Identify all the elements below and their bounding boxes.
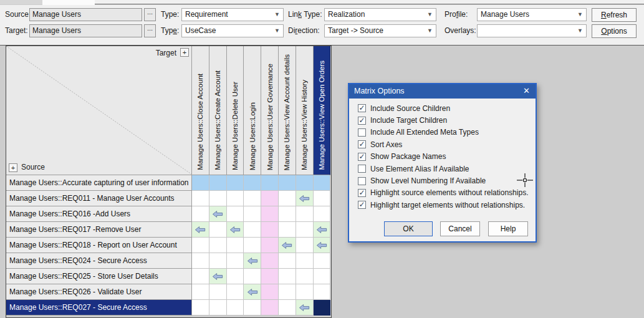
matrix-cell[interactable]: [261, 300, 279, 316]
matrix-cell[interactable]: [314, 300, 331, 316]
matrix-cell[interactable]: [227, 222, 244, 238]
matrix-cell[interactable]: [192, 206, 209, 222]
matrix-cell[interactable]: [314, 206, 331, 222]
matrix-row-header[interactable]: Manage Users::REQ011 - Manage User Accou…: [6, 191, 192, 206]
matrix-cell[interactable]: [209, 284, 227, 300]
matrix-cell[interactable]: [314, 253, 331, 269]
option-label[interactable]: Include All Extended Meta Types: [370, 128, 479, 137]
matrix-cell[interactable]: [192, 284, 209, 300]
matrix-row-header[interactable]: Manage Users::REQ025 - Store User Detail…: [6, 269, 192, 284]
target-type-combo[interactable]: UseCase ▼: [181, 24, 284, 37]
checkbox-unchecked[interactable]: [358, 128, 366, 137]
matrix-cell[interactable]: [314, 238, 331, 253]
option-label[interactable]: Include Target Children: [370, 116, 447, 125]
checkbox-checked[interactable]: ✓: [358, 104, 366, 112]
matrix-cell[interactable]: [261, 206, 279, 222]
matrix-cell[interactable]: [296, 206, 314, 222]
matrix-cell[interactable]: [192, 238, 209, 253]
matrix-cell[interactable]: [227, 191, 244, 206]
matrix-cell[interactable]: [192, 175, 209, 191]
source-browse-button[interactable]: ...: [144, 8, 156, 21]
dropdown-arrow-icon[interactable]: ▼: [427, 9, 433, 21]
profile-combo[interactable]: Manage Users ▼: [477, 8, 587, 21]
overlays-combo[interactable]: ▼: [477, 24, 587, 37]
matrix-cell[interactable]: [209, 222, 227, 238]
matrix-cell[interactable]: [314, 191, 331, 206]
target-browse-button[interactable]: ...: [144, 24, 156, 37]
option-label[interactable]: Use Element Alias If Available: [370, 165, 469, 173]
matrix-cell[interactable]: [279, 238, 296, 253]
matrix-row-header[interactable]: Manage Users::Accurate capturing of user…: [6, 175, 192, 191]
options-button[interactable]: Options: [592, 24, 637, 38]
matrix-cell[interactable]: [244, 222, 261, 238]
refresh-button[interactable]: Refresh: [592, 8, 637, 22]
cancel-button[interactable]: Cancel: [440, 221, 480, 236]
matrix-cell[interactable]: [244, 206, 261, 222]
source-type-combo[interactable]: Requirement ▼: [181, 8, 284, 21]
matrix-cell[interactable]: [296, 175, 314, 191]
matrix-cell[interactable]: [261, 175, 279, 191]
active-tab-edge[interactable]: [42, 0, 95, 5]
matrix-cell[interactable]: [192, 191, 209, 206]
matrix-cell[interactable]: [209, 269, 227, 284]
matrix-row-header[interactable]: Manage Users::REQ018 - Report on User Ac…: [6, 238, 192, 253]
matrix-cell[interactable]: [296, 191, 314, 206]
matrix-cell[interactable]: [227, 175, 244, 191]
direction-combo[interactable]: Target -> Source ▼: [324, 24, 436, 37]
target-field[interactable]: Manage Users: [29, 24, 142, 37]
matrix-column-header[interactable]: Manage Users::Create Account: [209, 46, 227, 175]
matrix-cell[interactable]: [296, 284, 314, 300]
matrix-cell[interactable]: [296, 222, 314, 238]
matrix-cell[interactable]: [244, 269, 261, 284]
close-icon[interactable]: ✕: [523, 84, 530, 99]
checkbox-checked[interactable]: ✓: [358, 153, 366, 161]
link-type-combo[interactable]: Realization ▼: [324, 8, 436, 21]
matrix-cell[interactable]: [192, 222, 209, 238]
matrix-cell[interactable]: [244, 253, 261, 269]
source-field[interactable]: Manage Users: [29, 8, 142, 21]
checkbox-checked[interactable]: ✓: [358, 140, 366, 148]
matrix-cell[interactable]: [279, 191, 296, 206]
dropdown-arrow-icon[interactable]: ▼: [274, 9, 280, 21]
matrix-row-header[interactable]: Manage Users::REQ024 - Secure Access: [6, 253, 192, 269]
matrix-cell[interactable]: [296, 238, 314, 253]
option-label[interactable]: Show Level Numbering If Available: [370, 176, 486, 185]
matrix-row-header[interactable]: Manage Users::REQ027 - Secure Access: [6, 300, 192, 316]
matrix-row-header[interactable]: Manage Users::REQ026 - Validate User: [6, 284, 192, 300]
option-label[interactable]: Show Package Names: [370, 152, 446, 161]
checkbox-checked[interactable]: ✓: [358, 189, 366, 197]
option-label[interactable]: Sort Axes: [370, 140, 402, 149]
matrix-column-header[interactable]: Manage Users::View Open Orders: [314, 46, 331, 175]
matrix-cell[interactable]: [279, 222, 296, 238]
matrix-cell[interactable]: [314, 175, 331, 191]
matrix-cell[interactable]: [261, 269, 279, 284]
checkbox-unchecked[interactable]: [358, 165, 366, 173]
matrix-cell[interactable]: [279, 300, 296, 316]
matrix-column-header[interactable]: Manage Users::Delete User: [227, 46, 244, 175]
matrix-cell[interactable]: [244, 284, 261, 300]
matrix-cell[interactable]: [209, 175, 227, 191]
matrix-cell[interactable]: [279, 206, 296, 222]
matrix-cell[interactable]: [209, 300, 227, 316]
matrix-cell[interactable]: [244, 238, 261, 253]
matrix-cell[interactable]: [244, 175, 261, 191]
matrix-cell[interactable]: [261, 238, 279, 253]
matrix-cell[interactable]: [279, 175, 296, 191]
matrix-cell[interactable]: [227, 253, 244, 269]
dropdown-arrow-icon[interactable]: ▼: [427, 25, 433, 37]
expand-source-button[interactable]: +: [9, 163, 17, 172]
matrix-row-header[interactable]: Manage Users::REQ017 -Remove User: [6, 222, 192, 238]
matrix-cell[interactable]: [244, 191, 261, 206]
matrix-cell[interactable]: [209, 253, 227, 269]
matrix-cell[interactable]: [209, 238, 227, 253]
matrix-cell[interactable]: [314, 222, 331, 238]
checkbox-checked[interactable]: ✓: [358, 117, 366, 125]
dropdown-arrow-icon[interactable]: ▼: [577, 9, 583, 21]
matrix-column-header[interactable]: Manage Users::Close Account: [192, 46, 209, 175]
matrix-cell[interactable]: [279, 269, 296, 284]
matrix-cell[interactable]: [296, 300, 314, 316]
matrix-cell[interactable]: [244, 300, 261, 316]
option-label[interactable]: Include Source Children: [370, 104, 450, 113]
matrix-column-header[interactable]: Manage Users::Login: [244, 46, 261, 175]
matrix-cell[interactable]: [227, 238, 244, 253]
